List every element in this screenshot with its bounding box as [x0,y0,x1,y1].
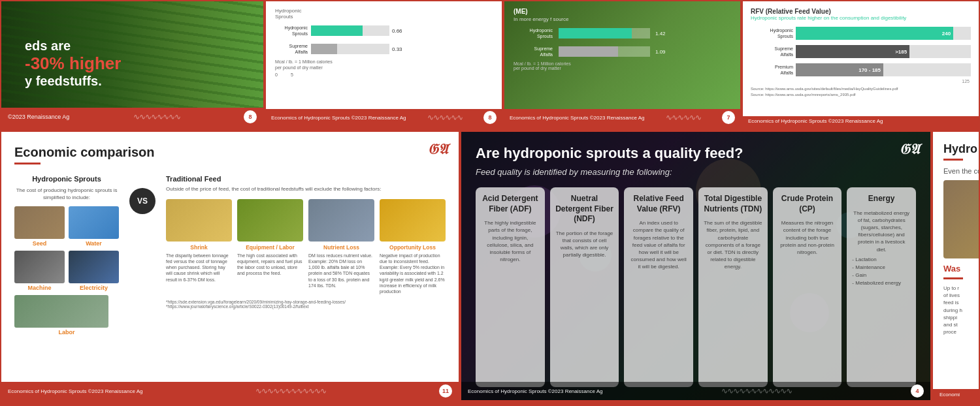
energy-desc: The metabolized energy of fat, carbohydr… [852,210,911,253]
opportunity-desc: Negative impact of production due to inc… [380,253,446,294]
seed-image [14,206,65,239]
slide4-rfv-subtitle: Hydroponic sprouts rate higher on the co… [751,15,971,22]
hydro-column: Hydroponic Sprouts The cost of producing… [14,175,119,336]
slide-top-4: RFV (Relative Feed Value) Hydroponic spr… [743,1,979,126]
slide3-val1: 1.42 [655,31,666,37]
quality-card-adf: Acid Detergent Fiber (ADF) The highly in… [476,187,545,387]
slide3-wavy: ∿∿∿∿∿∿ [666,113,701,122]
slide3-footer: Economics of Hydroponic Sprouts ©2023 Re… [510,115,644,121]
shrink-desc: The disparity between tonnage fed versus… [166,253,232,282]
quality-card-cp: Crude Protein (CP) Measures the nitrogen… [773,187,842,387]
bottom2-wavy: ∿∿∿∿∿∿∿∿∿∿∿∿ [721,386,792,396]
bottom1-page: 11 [439,384,452,398]
machine-item: Machine [14,251,65,291]
water-label: Water [69,240,119,247]
economic-comparison-title: Economic comparison [14,145,446,160]
equipment-desc: The high cost associated with equipment,… [237,253,303,276]
partial-was-underline [943,277,963,279]
slide1-text-line1: eds are [25,39,121,54]
partial-image [943,180,979,258]
slide3-val2: 1.09 [655,49,666,55]
nutrient-label: Nutrient Loss [308,244,374,251]
partial-subtitle: Even the cost [943,167,979,175]
quality-card-tdn: Total Digestible Nutrients (TDN) The sum… [698,187,768,387]
slide-top-1: eds are -30% higher y feedstuffs. ©2023 … [1,1,263,126]
slide3-me-title: (ME) [514,8,731,15]
tdn-title: Total Digestible Nutrients (TDN) [704,194,762,214]
cp-title: Crude Protein (CP) [778,194,837,214]
slide4-baseline: 125 [751,79,970,84]
slide-bottom-1: 𝔊𝔄 Economic comparison Hydroponic Sprout… [1,132,459,400]
machine-image [14,251,65,283]
opportunity-label: Opportunity Loss [380,244,446,251]
slide3-me-subtitle: In more energy f source [514,16,731,22]
footnote2: *https://www.journalofairyscience.org/ar… [166,304,446,309]
slide4-rfv-val2: >185 [895,49,907,55]
labor-label: Labor [14,329,119,336]
trad-item-equipment: Equipment / Labor The high cost associat… [237,199,303,294]
adf-desc: The highly indigestible parts of the for… [481,219,540,263]
slide3-page: 7 [722,111,735,124]
footnote1: *https://sde.extension.vga.edu/foragelea… [166,300,446,304]
rfv-desc: An index used to compare the quality of … [629,219,688,270]
nutrient-image [308,199,374,242]
nutrient-desc: DM loss reduces nutrient value. Example:… [308,253,374,289]
slide1-text-line3: y feedstuffs. [25,74,121,89]
quality-card-energy: Energy The metabolized energy of fat, ca… [847,187,916,387]
partial-underline [943,159,963,161]
equipment-label: Equipment / Labor [237,244,303,251]
partial-body: Up to rof livesfeed isduring hshippiand … [943,285,979,336]
seed-label: Seed [14,240,65,247]
adf-title: Acid Detergent Fiber (ADF) [481,194,540,214]
shrink-label: Shrink [166,244,232,251]
slide2-footer: Economics of Hydroponic Sprouts ©2023 Re… [271,115,406,121]
slide4-rfv-title: RFV (Relative Feed Value) [751,8,971,15]
energy-title: Energy [852,194,911,204]
hydro-title: Hydroponic Sprouts [14,175,119,183]
slide1-text-line2: -30% higher [25,54,121,74]
machine-label: Machine [14,285,65,291]
slide2-page: 8 [483,111,497,124]
partial-title: Hydro [943,142,979,156]
title-underline [14,163,41,164]
slide4-src2: Source: https://www.ams.usda.gov/mnrepor… [751,92,971,97]
traditional-column: Traditional Feed Outside of the price of… [166,175,446,336]
bottom2-page: 4 [911,384,924,398]
rfv-title: Relative Feed Value (RFV) [629,194,688,214]
slide-top-2: HydroponicSprouts HydroponicSprouts 0.66… [266,1,502,126]
bottom1-wavy: ∿∿∿∿∿∿∿∿∿∿∿∿ [255,386,326,396]
labor-item: Labor [14,295,119,336]
slide1-wavy: ∿∿∿∿∿∿∿∿ [133,112,180,121]
comparison-layout: Hydroponic Sprouts The cost of producing… [14,175,446,336]
slide4-src1: Source: https://www.ams.usda.gov/sites/d… [751,86,971,91]
bottom-row: 𝔊𝔄 Economic comparison Hydroponic Sprout… [0,131,980,401]
footnotes: *https://sde.extension.vga.edu/foragelea… [166,300,446,309]
electricity-image [69,251,119,283]
quality-cards: Acid Detergent Fiber (ADF) The highly in… [476,187,916,387]
slide1-footer: ©2023 Renaissance Ag ∿∿∿∿∿∿∿∿ 8 [1,108,263,126]
quality-card-rfv: Relative Feed Value (RFV) An index used … [624,187,693,387]
ndf-desc: The portion of the forage that consists … [555,230,614,259]
seed-item: Seed [14,206,65,247]
equipment-image [237,199,303,242]
slide2-wavy: ∿∿∿∿∿∿ [427,113,463,122]
chart2-val1: 0.66 [392,28,402,34]
electricity-item: Electricity [69,251,119,291]
trad-title: Traditional Feed [166,175,446,183]
trad-items-row: Shrink The disparity between tonnage fed… [166,199,446,294]
slide1-footer-text: ©2023 Renaissance Ag [8,114,69,120]
water-image [69,206,119,239]
tdn-desc: The sum of the digestible fiber, protein… [704,219,762,270]
bottom2-footer: Economics of Hydroponic Sprouts ©2023 Re… [468,388,602,394]
trad-item-nutrient: Nutrient Loss DM loss reduces nutrient v… [308,199,374,294]
trad-item-shrink: Shrink The disparity between tonnage fed… [166,199,232,294]
shrink-image [166,199,232,242]
bottom3-footer: Economi [939,392,960,398]
quality-title: Are hydroponic sprouts a quality feed? [476,145,916,162]
cp-desc: Measures the nitrogen content of the for… [778,219,837,256]
top-row: eds are -30% higher y feedstuffs. ©2023 … [0,0,980,127]
opportunity-image [380,199,446,242]
vs-circle: VS [129,188,155,214]
slide4-footer: Economics of Hydroponic Sprouts ©2023 Re… [748,118,883,124]
labor-image [14,295,108,328]
